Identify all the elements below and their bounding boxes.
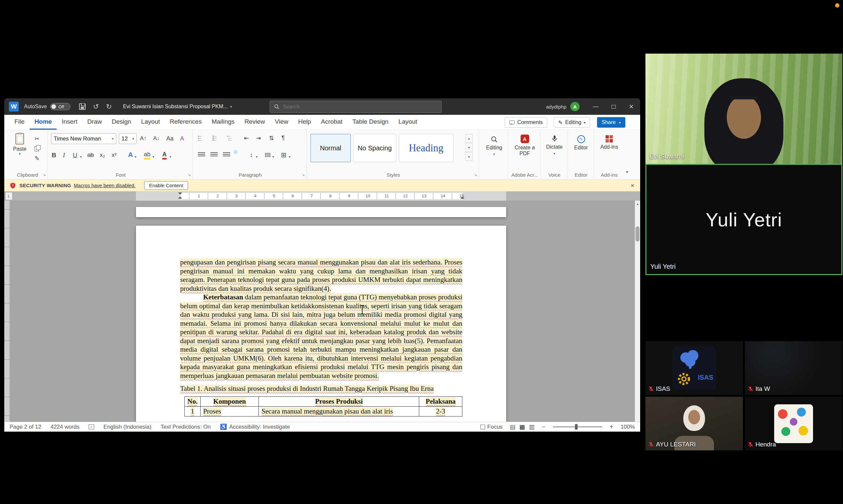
subscript-button[interactable]: x₂: [100, 152, 105, 159]
save-icon[interactable]: [79, 103, 86, 110]
clear-formatting-icon[interactable]: A: [180, 135, 184, 142]
styles-gallery-down-icon[interactable]: ▾: [465, 143, 472, 152]
account-name[interactable]: adydtphp: [546, 104, 566, 110]
zoom-percent[interactable]: 100%: [621, 424, 635, 430]
align-left-icon[interactable]: [198, 152, 205, 157]
shrink-font-icon[interactable]: A↓: [153, 135, 160, 142]
tab-review[interactable]: Review: [239, 115, 270, 130]
align-center-icon[interactable]: [210, 152, 218, 157]
participant-tile-ayu[interactable]: AYU LESTARI: [646, 397, 743, 450]
account-avatar[interactable]: A: [570, 102, 580, 111]
macros-disabled-link[interactable]: Macros have been disabled.: [74, 183, 136, 188]
editor-button[interactable]: ✎ Editor: [569, 135, 593, 151]
first-line-indent-marker[interactable]: [178, 193, 182, 195]
change-case-icon[interactable]: Aa: [166, 135, 174, 142]
accessibility-checker[interactable]: ♿ Accessibility: Investigate: [220, 424, 290, 430]
print-layout-icon[interactable]: ▦: [519, 424, 525, 431]
cut-icon[interactable]: ✂: [35, 135, 39, 142]
scrollbar-thumb[interactable]: [636, 226, 639, 241]
tab-help[interactable]: Help: [293, 115, 316, 130]
paragraph-dialog-launcher-icon[interactable]: ↘: [302, 173, 305, 177]
participant-tile-ita[interactable]: Ita W: [745, 341, 842, 395]
document-title-caret-icon[interactable]: ▾: [230, 105, 232, 109]
tab-draw[interactable]: Draw: [82, 115, 107, 130]
bullets-icon[interactable]: •— •— •—: [198, 135, 202, 141]
zoom-out-icon[interactable]: −: [542, 423, 546, 431]
decrease-indent-icon[interactable]: ⇤: [244, 134, 249, 142]
text-effects-icon[interactable]: A: [128, 151, 133, 159]
tab-selector[interactable]: L: [5, 192, 13, 200]
increase-indent-icon[interactable]: ⇥: [256, 134, 261, 142]
tab-references[interactable]: References: [165, 115, 207, 130]
addins-button[interactable]: Add-ins: [595, 135, 623, 150]
styles-dialog-launcher-icon[interactable]: ↘: [474, 173, 477, 177]
underline-caret-icon[interactable]: ▾: [80, 155, 82, 159]
proofing-status-icon[interactable]: ✓: [89, 425, 94, 429]
tab-mailings[interactable]: Mailings: [207, 115, 240, 130]
document-page[interactable]: pengupasan dan pengirisan pisang secara …: [136, 226, 506, 422]
clipboard-dialog-launcher-icon[interactable]: ↘: [43, 173, 46, 177]
font-name-combo[interactable]: Times New Roman ▾: [51, 133, 116, 144]
enable-content-button[interactable]: Enable Content: [144, 181, 188, 190]
bold-button[interactable]: B: [52, 152, 56, 159]
multilevel-list-icon[interactable]: •— ◦— •—: [227, 135, 232, 141]
left-indent-marker[interactable]: [178, 196, 182, 199]
participant-tile-evi[interactable]: Evi Suwarni: [646, 54, 842, 164]
tab-acrobat[interactable]: Acrobat: [316, 115, 347, 130]
strikethrough-button[interactable]: ab: [87, 152, 94, 159]
font-color-caret-icon[interactable]: ▾: [170, 155, 171, 159]
numbering-icon[interactable]: 1— 2— 3—: [212, 135, 216, 141]
read-mode-icon[interactable]: ▤: [510, 424, 515, 431]
close-button[interactable]: ×: [622, 98, 640, 115]
previous-page-bottom[interactable]: [136, 207, 506, 217]
undo-icon[interactable]: ↺: [93, 103, 99, 110]
zoom-slider[interactable]: [553, 426, 602, 427]
web-layout-icon[interactable]: ▥: [529, 424, 534, 431]
grow-font-icon[interactable]: A↑: [140, 135, 147, 142]
font-dialog-launcher-icon[interactable]: ↘: [188, 173, 191, 177]
active-speaker-tile[interactable]: Yuli Yetri Yuli Yetri: [646, 164, 842, 275]
document-title[interactable]: Evi Suwarni Isian Substansi Proposal PKM…: [123, 104, 227, 110]
collapse-ribbon-icon[interactable]: ▾: [626, 169, 628, 174]
shading-icon[interactable]: [265, 153, 270, 157]
search-input[interactable]: [283, 104, 437, 110]
right-indent-marker[interactable]: [460, 196, 464, 199]
sort-icon[interactable]: ⇅: [269, 134, 274, 142]
shading-caret-icon[interactable]: ▾: [272, 155, 274, 159]
word-count[interactable]: 4224 words: [50, 424, 79, 430]
align-right-icon[interactable]: [223, 152, 230, 157]
participant-tile-isas[interactable]: ISAS ISAS: [646, 341, 743, 395]
focus-mode-button[interactable]: Focus: [480, 424, 502, 430]
minimize-button[interactable]: —: [587, 98, 605, 115]
borders-caret-icon[interactable]: ▾: [289, 155, 290, 159]
line-spacing-caret-icon[interactable]: ▾: [256, 155, 258, 159]
tab-layout[interactable]: Layout: [136, 115, 165, 130]
language-indicator[interactable]: English (Indonesia): [103, 424, 152, 430]
security-bar-close-icon[interactable]: ×: [631, 182, 634, 189]
paste-button[interactable]: Paste ▾: [10, 133, 29, 156]
dictate-button[interactable]: Dictate ▾: [542, 134, 567, 155]
tab-design[interactable]: Design: [107, 115, 136, 130]
tab-view[interactable]: View: [270, 115, 293, 130]
style-normal[interactable]: Normal: [311, 134, 351, 162]
copy-icon[interactable]: [35, 145, 40, 151]
pilcrow-icon[interactable]: ¶: [281, 134, 285, 142]
text-predictions-indicator[interactable]: Text Predictions: On: [161, 424, 211, 430]
scroll-up-icon[interactable]: ▴: [635, 201, 640, 206]
zoom-in-icon[interactable]: +: [609, 423, 614, 431]
highlight-color-icon[interactable]: ab: [144, 151, 151, 160]
superscript-button[interactable]: x²: [111, 152, 117, 159]
format-painter-icon[interactable]: ✎: [35, 155, 39, 162]
editing-dropdown-button[interactable]: Editing ▾: [480, 136, 508, 156]
create-pdf-button[interactable]: A Create a PDF: [510, 134, 540, 157]
text-effects-caret-icon[interactable]: ▾: [135, 155, 136, 159]
tab-table-design[interactable]: Table Design: [347, 115, 394, 130]
tab-insert[interactable]: Insert: [57, 115, 82, 130]
participant-tile-hendra[interactable]: Hendra: [745, 397, 842, 450]
borders-icon[interactable]: ⊞: [281, 151, 287, 159]
underline-button[interactable]: U: [73, 152, 78, 159]
tab-layout-contextual[interactable]: Layout: [394, 115, 422, 130]
redo-icon[interactable]: ↻: [106, 103, 112, 110]
style-no-spacing[interactable]: No Spacing: [353, 134, 396, 162]
search-box[interactable]: [270, 101, 442, 113]
